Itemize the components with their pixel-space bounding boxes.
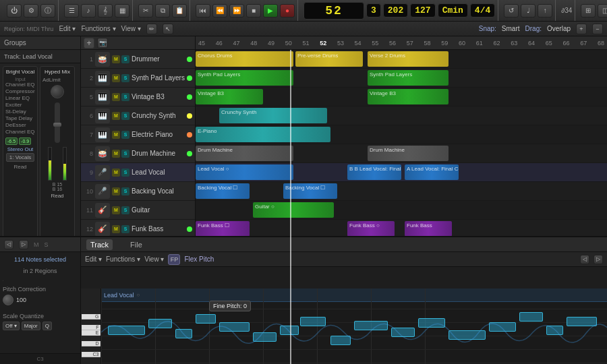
flex-pitch-indicator[interactable]: FP bbox=[168, 254, 180, 265]
region-backing-vocal-1[interactable]: Backing Vocal ☐ bbox=[196, 183, 250, 199]
lane-guitar[interactable]: Guitar ○ bbox=[196, 201, 607, 220]
solo-funk-bass[interactable]: S bbox=[121, 225, 129, 233]
mixer-btn[interactable]: ⊞ bbox=[581, 4, 596, 18]
solo-synth-pad[interactable]: S bbox=[121, 74, 129, 82]
fader-val1[interactable]: -6.5 bbox=[5, 138, 18, 145]
score-btn[interactable]: 𝄞 bbox=[98, 4, 113, 18]
piano-key-c3[interactable]: C3 bbox=[82, 352, 100, 357]
solo-electric-piano[interactable]: S bbox=[121, 131, 129, 139]
region-backing-vocal-2[interactable]: Backing Vocal ☐ bbox=[283, 183, 337, 199]
cs-comp1[interactable]: Compressor bbox=[5, 88, 35, 94]
bottom-left-btn2[interactable]: ▷ bbox=[19, 240, 28, 249]
lane-synth-pad[interactable]: Synth Pad Layers Synth Pad Layers bbox=[196, 69, 607, 88]
lane-drummer[interactable]: Chorus Drums Pre-verse Drums Verse 2 Dru… bbox=[196, 50, 607, 69]
lane-vintage-b3[interactable]: Vintage B3 Vintage B3 bbox=[196, 88, 607, 107]
tab-file[interactable]: File bbox=[126, 239, 146, 250]
lane-drum-machine[interactable]: Drum Machine Drum Machine bbox=[196, 144, 607, 163]
mute-backing-vocal[interactable]: M bbox=[112, 187, 120, 195]
pitch-edit-area[interactable]: Lead Vocal ○ Fine Pitch: 0 bbox=[101, 289, 607, 364]
cs-adl[interactable]: AdLimit bbox=[42, 77, 72, 83]
scale-q-btn[interactable]: Q bbox=[42, 322, 52, 330]
solo-drummer[interactable]: S bbox=[121, 55, 129, 63]
track-type-btn[interactable]: 📷 bbox=[97, 38, 108, 49]
info-btn[interactable]: ⓘ bbox=[40, 4, 55, 18]
solo-backing-vocal[interactable]: S bbox=[121, 187, 129, 195]
region-vintage-b3-2[interactable]: Vintage B3 bbox=[368, 89, 449, 104]
functions-menu[interactable]: Functions ▾ bbox=[81, 25, 115, 32]
settings-btn[interactable]: ⚙ bbox=[24, 4, 38, 18]
region-vintage-b3-1[interactable]: Vintage B3 bbox=[196, 89, 263, 104]
solo-guitar[interactable]: S bbox=[121, 206, 129, 214]
browser-btn[interactable]: ◫ bbox=[598, 4, 607, 18]
mute-lead-vocal[interactable]: M bbox=[112, 169, 120, 177]
piano-key-d[interactable]: D bbox=[82, 341, 100, 346]
solo-lead-vocal[interactable]: S bbox=[121, 169, 129, 177]
piano-key-g[interactable]: G bbox=[82, 314, 100, 320]
pointer-tool[interactable]: ↖ bbox=[163, 24, 173, 34]
region-verse2-drums[interactable]: Verse 2 Drums bbox=[368, 51, 449, 67]
add-track-btn[interactable]: + bbox=[84, 38, 94, 49]
zoom-out[interactable]: − bbox=[592, 24, 603, 34]
group-btn1[interactable]: 1: Vocals bbox=[6, 153, 34, 162]
region-synth-pad-1[interactable]: Synth Pad Layers bbox=[196, 70, 293, 86]
region-pre-verse-drums[interactable]: Pre-verse Drums bbox=[295, 51, 363, 67]
cs-knob[interactable] bbox=[51, 85, 64, 98]
region-drum-machine-1[interactable]: Drum Machine bbox=[196, 146, 293, 161]
cs-delay2[interactable]: Tape Delay bbox=[5, 115, 35, 121]
lane-backing-vocal[interactable]: Backing Vocal ☐ Backing Vocal ☐ bbox=[196, 182, 607, 201]
solo-drum-machine[interactable]: S bbox=[121, 150, 129, 158]
piano-key-e[interactable]: E bbox=[82, 330, 100, 336]
scissors-btn[interactable]: ✂ bbox=[138, 4, 153, 18]
region-lead-vocal-3[interactable]: A Lead Vocal: Final Co bbox=[405, 164, 459, 180]
mute-guitar[interactable]: M bbox=[112, 206, 120, 214]
step-btn[interactable]: ▦ bbox=[115, 4, 129, 18]
view-menu[interactable]: View ▾ bbox=[121, 25, 141, 32]
bottom-zoom-btn2[interactable]: ▷ bbox=[594, 255, 603, 264]
piano-key-cs[interactable] bbox=[82, 346, 94, 352]
mute-vintage-b3[interactable]: M bbox=[112, 93, 120, 101]
solo-crunchy-synth[interactable]: S bbox=[121, 112, 129, 120]
region-synth-pad-2[interactable]: Synth Pad Layers bbox=[368, 70, 449, 86]
mute-electric-piano[interactable]: M bbox=[112, 131, 120, 139]
lane-electric-piano[interactable]: E-Piano bbox=[196, 125, 607, 144]
stop-btn[interactable]: ■ bbox=[246, 4, 261, 18]
pencil-tool[interactable]: ✏ bbox=[146, 24, 157, 34]
count-in-btn[interactable]: ↑ bbox=[538, 4, 552, 18]
cs-eq1[interactable]: Channel EQ bbox=[5, 82, 35, 88]
mute-synth-pad[interactable]: M bbox=[112, 74, 120, 82]
region-funk-bass-2[interactable]: Funk Bass ○ bbox=[347, 221, 395, 237]
region-funk-bass-1[interactable]: Funk Bass ☐ bbox=[196, 221, 250, 237]
mute-funk-bass[interactable]: M bbox=[112, 225, 120, 233]
paste-btn[interactable]: 📋 bbox=[172, 4, 187, 18]
fast-back-btn[interactable]: ⏪ bbox=[212, 4, 227, 18]
pitch-correction-knob[interactable] bbox=[3, 295, 13, 305]
power-btn[interactable]: ⏻ bbox=[7, 4, 22, 18]
piano-btn[interactable]: ♪ bbox=[81, 4, 96, 18]
mute-drummer[interactable]: M bbox=[112, 55, 120, 63]
record-btn[interactable]: ● bbox=[280, 4, 295, 18]
region-chorus-drums[interactable]: Chorus Drums bbox=[196, 51, 293, 67]
scale-major-dropdown[interactable]: Major bbox=[22, 322, 40, 330]
cs-eq2[interactable]: Linear EQ bbox=[5, 95, 35, 101]
region-guitar[interactable]: Guitar ○ bbox=[253, 202, 334, 218]
drag-value[interactable]: Overlap bbox=[547, 25, 571, 32]
fast-fwd-btn[interactable]: ⏩ bbox=[229, 4, 244, 18]
bottom-view-menu[interactable]: View ▾ bbox=[144, 255, 164, 263]
solo-vintage-b3[interactable]: S bbox=[121, 93, 129, 101]
lane-crunchy-synth[interactable]: Crunchy Synth bbox=[196, 107, 607, 125]
region-lead-vocal-2[interactable]: B B Lead Vocal: Final Com bbox=[347, 164, 401, 180]
region-lead-vocal-1[interactable]: Lead Vocal ○ bbox=[196, 164, 293, 180]
lane-lead-vocal[interactable]: Lead Vocal ○ B B Lead Vocal: Final Com A… bbox=[196, 163, 607, 182]
cs-deess[interactable]: DeEsser bbox=[5, 122, 35, 128]
mute-drum-machine[interactable]: M bbox=[112, 150, 120, 158]
scale-off-dropdown[interactable]: Off ▾ bbox=[3, 322, 20, 330]
bottom-zoom-btn[interactable]: ◁ bbox=[580, 255, 589, 264]
region-funk-bass-3[interactable]: Funk Bass bbox=[405, 221, 452, 237]
region-crunchy-synth[interactable]: Crunchy Synth bbox=[219, 108, 327, 123]
piano-key-f[interactable]: F bbox=[82, 325, 100, 330]
region-electric-piano[interactable]: E-Piano bbox=[196, 127, 330, 142]
cs-exc[interactable]: Exciter bbox=[5, 102, 35, 108]
sync-btn[interactable]: ↺ bbox=[504, 4, 519, 18]
cs-fader[interactable] bbox=[55, 102, 60, 143]
bottom-edit-menu[interactable]: Edit ▾ bbox=[85, 255, 102, 263]
